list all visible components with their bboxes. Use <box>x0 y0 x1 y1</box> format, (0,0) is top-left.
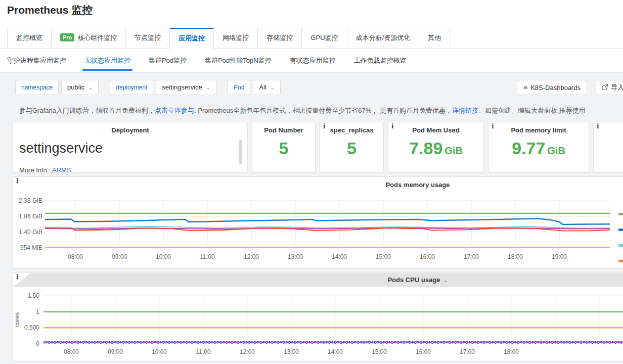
info-icon[interactable]: i <box>492 123 494 130</box>
svg-text:17:00: 17:00 <box>460 348 475 355</box>
svg-text:09:00: 09:00 <box>108 348 123 355</box>
namespace-select[interactable]: public⌄ <box>61 80 99 95</box>
svg-text:16:00: 16:00 <box>420 253 435 260</box>
tab-gpu-monitoring[interactable]: GPU监控 <box>301 28 347 48</box>
svg-text:0.500: 0.500 <box>24 324 39 331</box>
stat-panel-pod-mem-used: i Pod Mem Used 7.89GiB <box>388 122 484 172</box>
pod-number-value: 5 <box>252 139 315 158</box>
svg-text:14:00: 14:00 <box>332 253 347 260</box>
stat-panels-row: Deployment settingservice More Info : AR… <box>13 122 623 172</box>
tab-network-monitoring[interactable]: 网络监控 <box>213 28 258 48</box>
chevron-down-icon: ⌄ <box>270 84 275 90</box>
spec-replicas-value: 5 <box>320 139 383 158</box>
dashboard-content: namespace public⌄ deployment settingserv… <box>0 72 623 364</box>
info-icon[interactable]: i <box>16 177 19 185</box>
more-info-label: More Info : <box>19 166 51 172</box>
subtab-cluster-pod-topn[interactable]: 集群Pod性能TopN监控 <box>205 50 271 72</box>
pods-memory-usage-chart[interactable]: 2.33 GiB1.86 GiB1.40 GiB954 MiB08:0009:0… <box>13 191 623 268</box>
info-icon[interactable]: i <box>391 123 394 130</box>
k8s-dashboards-button[interactable]: ≡K8S-Dashboards <box>517 80 587 95</box>
menu-icon: ≡ <box>523 83 527 92</box>
tab-monitor-overview[interactable]: 监控概览 <box>7 28 52 48</box>
chevron-down-icon: ⌄ <box>206 84 210 90</box>
panel-scrollbar[interactable] <box>239 140 242 164</box>
tab-app-monitoring[interactable]: 应用监控 <box>169 28 214 48</box>
arms-link[interactable]: ARMS <box>52 166 71 172</box>
tab-storage-monitoring[interactable]: 存储监控 <box>257 28 302 48</box>
svg-text:18:00: 18:00 <box>508 253 523 260</box>
tab-cost-analysis[interactable]: 成本分析/资源优化 <box>347 28 420 48</box>
pods-cpu-usage-chart[interactable]: 1.5010.500008:0009:0010:0011:0012:0013:0… <box>13 287 623 361</box>
pod-memory-limit-value: 9.77GiB <box>488 139 589 158</box>
more-info: More Info : ARMS <box>19 166 71 172</box>
svg-text:17:00: 17:00 <box>464 253 479 260</box>
namespace-filter-label[interactable]: namespace <box>15 80 59 95</box>
svg-text:08:00: 08:00 <box>68 253 83 260</box>
stat-title: Pod memory limit <box>488 122 589 134</box>
cpu-panel-header: Pods CPU usage⌄ <box>13 273 623 287</box>
pods-memory-usage-panel: i Pods memory usage 2.33 GiB1.86 GiB1.40… <box>13 176 623 268</box>
info-icon[interactable]: i <box>597 123 599 130</box>
banner-text: . Prometheus全新包年包月模式，相比按量付费至少节省67%， 更有首购… <box>194 107 452 114</box>
tab-label: 成本分析/资源优化 <box>356 34 411 41</box>
toolbar: namespace public⌄ deployment settingserv… <box>0 73 623 104</box>
svg-text:10:00: 10:00 <box>152 348 167 355</box>
svg-text:16:00: 16:00 <box>416 348 431 355</box>
pro-badge: Pro <box>60 33 74 41</box>
promo-banner: 参与Grafana入门训练营，领取首月免费福利，点击立即参与. Promethe… <box>19 106 623 115</box>
subtab-workload-overview[interactable]: 工作负载监控概览 <box>354 50 407 72</box>
svg-text:10:00: 10:00 <box>156 253 171 260</box>
stat-title: Pod Mem Used <box>388 122 483 134</box>
memory-chart-title: Pods memory usage <box>13 177 623 189</box>
svg-text:1.50: 1.50 <box>28 292 40 299</box>
info-icon[interactable]: i <box>323 123 326 130</box>
tab-core-components[interactable]: Pro核心组件监控 <box>51 28 126 48</box>
unit: GiB <box>547 145 565 156</box>
svg-text:19:00: 19:00 <box>552 253 567 260</box>
svg-text:954 MiB: 954 MiB <box>20 244 42 251</box>
svg-text:2.33 GiB: 2.33 GiB <box>19 197 42 204</box>
namespace-filter: namespace public⌄ <box>15 80 99 95</box>
deployment-value: settingservice <box>162 83 202 91</box>
banner-details-link[interactable]: 详情链接 <box>452 107 478 114</box>
deployment-select[interactable]: settingservice⌄ <box>156 80 216 95</box>
subtab-cluster-pod[interactable]: 集群Pod监控 <box>149 50 187 72</box>
stat-panel-pod-number: Pod Number 5 <box>252 122 316 172</box>
stat-title: spec_replicas <box>320 122 383 134</box>
svg-text:18:00: 18:00 <box>504 348 519 355</box>
chevron-down-icon: ⌄ <box>443 277 448 283</box>
svg-text:0: 0 <box>36 340 39 347</box>
stat-panel-deployment: Deployment settingservice More Info : AR… <box>13 122 248 172</box>
import-label: 导入G <box>611 83 623 91</box>
stat-panel-spec-replicas: i spec_replicas 5 <box>320 122 384 172</box>
tab-label: 监控概览 <box>16 34 42 41</box>
tab-label: 存储监控 <box>266 34 293 41</box>
tab-others[interactable]: 其他 <box>419 28 450 48</box>
pod-value: All <box>259 83 266 91</box>
cpu-chart-title[interactable]: Pods CPU usage⌄ <box>13 273 623 284</box>
banner-join-link[interactable]: 点击立即参与 <box>155 107 194 114</box>
banner-text: 参与Grafana入门训练营，领取首月免费福利， <box>19 107 155 114</box>
pod-filter-label[interactable]: Pod <box>228 80 250 95</box>
namespace-value: public <box>67 83 84 91</box>
cpu-chart-title-text: Pods CPU usage <box>387 276 440 284</box>
subtab-daemonset-app[interactable]: 守护进程集应用监控 <box>7 50 66 72</box>
info-icon[interactable]: i <box>16 274 19 281</box>
tab-label: 应用监控 <box>179 34 205 42</box>
tab-node-monitoring[interactable]: 节点监控 <box>125 28 170 48</box>
svg-text:1: 1 <box>36 308 39 315</box>
svg-text:12:00: 12:00 <box>240 348 255 355</box>
svg-text:15:00: 15:00 <box>376 253 391 260</box>
pod-select[interactable]: All⌄ <box>253 80 281 95</box>
primary-tabs: 监控概览 Pro核心组件监控 节点监控 应用监控 网络监控 存储监控 GPU监控… <box>0 28 623 49</box>
deployment-filter-label[interactable]: deployment <box>110 80 153 95</box>
svg-text:1.40 GiB: 1.40 GiB <box>19 229 42 236</box>
svg-text:11:00: 11:00 <box>200 253 214 260</box>
page-title: Prometheus 监控 <box>7 3 93 17</box>
svg-text:11:00: 11:00 <box>196 348 210 355</box>
deployment-filter: deployment settingservice⌄ <box>110 80 216 95</box>
import-button[interactable]: 导入G <box>596 80 623 95</box>
subtab-stateless-app[interactable]: 无状态应用监控 <box>84 50 130 72</box>
subtab-stateful-app[interactable]: 有状态应用监控 <box>290 50 336 72</box>
svg-text:cores: cores <box>14 312 21 327</box>
